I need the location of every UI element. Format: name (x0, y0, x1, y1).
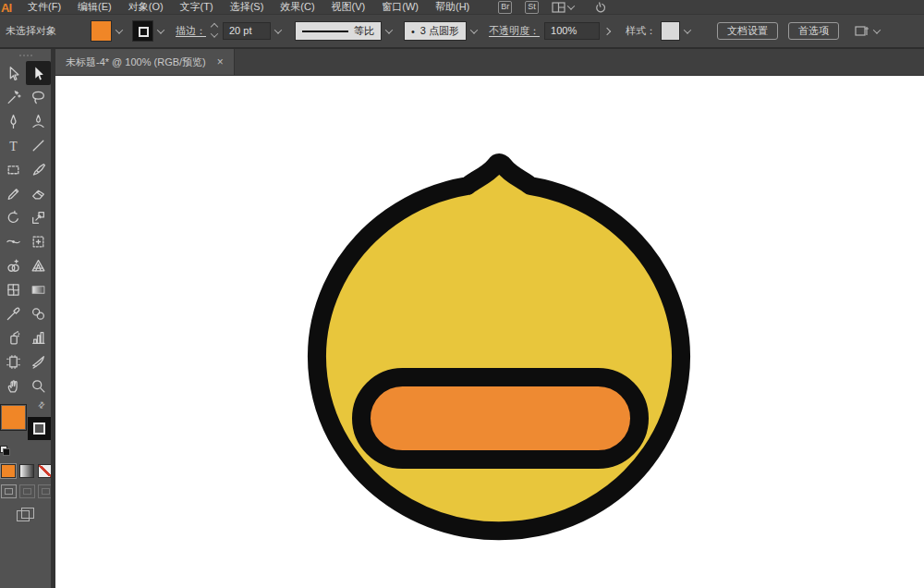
control-bar: 未选择对象 描边： 20 pt 等比 • 3 点圆形 不透明度： 100% 样式… (0, 14, 924, 49)
pen-tool[interactable] (1, 109, 26, 133)
menu-item-edit[interactable]: 编辑(E) (69, 0, 120, 14)
tools-panel-grip[interactable] (0, 49, 51, 61)
magic-wand-tool[interactable] (1, 85, 26, 109)
rotate-tool-icon (6, 210, 21, 226)
fill-color-chevron-icon[interactable] (116, 26, 123, 33)
selection-tool-icon (6, 66, 21, 81)
direct-selection-tool[interactable] (26, 61, 51, 85)
hand-tool-icon (6, 378, 21, 394)
line-segment-tool-icon (30, 138, 46, 153)
style-swatch[interactable] (661, 21, 680, 41)
blend-tool-icon (30, 306, 46, 322)
free-transform-tool[interactable] (26, 229, 51, 253)
brush-select[interactable]: • 3 点圆形 (404, 21, 467, 41)
scale-tool-icon (30, 210, 46, 226)
symbol-sprayer-tool[interactable] (1, 325, 26, 349)
close-tab-icon[interactable]: × (217, 55, 224, 68)
menu-item-effect[interactable]: 效果(C) (272, 0, 322, 14)
gpu-performance-icon[interactable] (592, 0, 608, 15)
eyedropper-tool[interactable] (1, 301, 26, 325)
column-graph-tool[interactable] (26, 325, 51, 349)
control-panel-menu-chevron-icon[interactable] (873, 26, 881, 33)
stroke-color-chevron-icon[interactable] (157, 26, 164, 33)
scale-tool[interactable] (26, 205, 51, 229)
menu-item-help[interactable]: 帮助(H) (427, 0, 478, 14)
opacity-more-chevron-icon[interactable] (603, 27, 611, 34)
paintbrush-tool-icon (30, 162, 46, 178)
paintbrush-tool[interactable] (26, 157, 51, 181)
draw-normal-button[interactable] (1, 484, 17, 498)
opacity-panel-link[interactable]: 不透明度： (489, 24, 540, 38)
draw-inside-button[interactable] (38, 484, 51, 498)
drawing-mode-buttons (0, 478, 51, 498)
lasso-tool[interactable] (26, 85, 51, 109)
slice-tool[interactable] (26, 349, 51, 374)
document-tab-title: 未标题-4* @ 100% (RGB/预览) (66, 55, 206, 69)
menu-items: 文件(F)编辑(E)对象(O)文字(T)选择(S)效果(C)视图(V)窗口(W)… (19, 0, 478, 14)
shaper-tool[interactable] (1, 181, 26, 205)
zoom-tool[interactable] (26, 374, 51, 398)
document-tab[interactable]: 未标题-4* @ 100% (RGB/预览) × (55, 49, 235, 75)
shape-builder-tool[interactable] (1, 253, 26, 277)
default-fill-stroke-icon[interactable] (0, 446, 10, 456)
preferences-button[interactable]: 首选项 (788, 22, 839, 40)
style-chevron-icon[interactable] (684, 26, 691, 33)
curvature-tool[interactable] (26, 109, 51, 133)
document-tab-bar: 未标题-4* @ 100% (RGB/预览) × (55, 49, 924, 75)
stroke-weight-field[interactable]: 20 pt (223, 22, 271, 40)
menu-item-object[interactable]: 对象(O) (120, 0, 172, 14)
stroke-swatch[interactable] (28, 417, 51, 440)
draw-behind-button[interactable] (19, 484, 35, 498)
bridge-button[interactable]: Br (498, 1, 512, 14)
arrange-documents-chevron-icon[interactable] (567, 2, 575, 9)
stroke-weight-chevron-icon[interactable] (274, 26, 282, 33)
paint-style-buttons (0, 460, 51, 478)
arrange-documents-icon[interactable] (552, 2, 565, 13)
screen-mode-button[interactable] (17, 508, 34, 521)
stroke-color-swatch[interactable] (132, 20, 153, 42)
blend-tool[interactable] (26, 301, 51, 325)
gradient-button[interactable] (19, 464, 34, 478)
hand-tool[interactable] (1, 374, 26, 398)
stroke-weight-stepper[interactable] (212, 24, 217, 38)
control-panel-menu-icon[interactable] (855, 25, 869, 37)
fill-swatch[interactable] (0, 404, 27, 431)
menu-bar: AI 文件(F)编辑(E)对象(O)文字(T)选择(S)效果(C)视图(V)窗口… (0, 0, 924, 14)
duck-artwork[interactable] (55, 76, 924, 588)
menu-item-window[interactable]: 窗口(W) (373, 0, 427, 14)
duck-head-shape[interactable] (317, 163, 681, 531)
selection-tool[interactable] (1, 61, 26, 85)
width-profile-select[interactable]: 等比 (295, 21, 382, 41)
perspective-grid-tool[interactable] (26, 253, 51, 277)
type-tool[interactable]: T (1, 133, 26, 157)
free-transform-tool-icon (30, 234, 46, 250)
menu-item-select[interactable]: 选择(S) (222, 0, 273, 14)
menu-item-file[interactable]: 文件(F) (19, 0, 69, 14)
line-segment-tool[interactable] (26, 133, 51, 157)
menu-item-type[interactable]: 文字(T) (172, 0, 222, 14)
svg-text:T: T (9, 139, 18, 153)
swap-fill-stroke-icon[interactable]: ⇄ (36, 399, 47, 410)
artboard-tool[interactable] (1, 349, 26, 374)
gradient-tool[interactable] (26, 277, 51, 301)
width-profile-chevron-icon[interactable] (385, 26, 393, 33)
fill-stroke-indicator: ⇄ (0, 401, 51, 460)
stock-button[interactable]: St (525, 1, 539, 14)
artboard-canvas[interactable] (55, 75, 924, 588)
none-button[interactable] (38, 464, 51, 478)
rectangle-tool-icon (6, 162, 21, 178)
document-setup-button[interactable]: 文档设置 (717, 22, 778, 40)
rotate-tool[interactable] (1, 205, 26, 229)
brush-chevron-icon[interactable] (470, 26, 478, 33)
stroke-panel-link[interactable]: 描边： (176, 24, 206, 38)
color-button[interactable] (1, 464, 16, 478)
eraser-tool[interactable] (26, 181, 51, 205)
fill-color-swatch[interactable] (91, 20, 112, 42)
opacity-field[interactable]: 100% (544, 22, 600, 40)
rectangle-tool[interactable] (1, 157, 26, 181)
width-tool[interactable] (1, 229, 26, 253)
duck-beak-shape[interactable] (361, 377, 639, 459)
menu-item-view[interactable]: 视图(V) (323, 0, 374, 14)
mesh-tool[interactable] (1, 277, 26, 301)
curvature-tool-icon (30, 114, 46, 129)
